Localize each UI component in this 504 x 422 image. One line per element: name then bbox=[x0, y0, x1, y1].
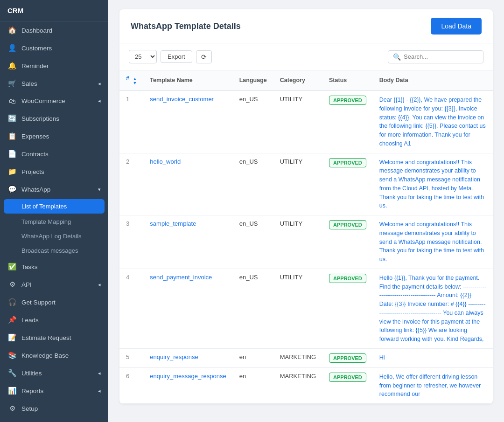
export-button[interactable]: Export bbox=[161, 50, 192, 63]
cell-language: en_US bbox=[233, 269, 273, 348]
sidebar-logo: CRM bbox=[0, 0, 108, 21]
cell-category: MARKETING bbox=[273, 367, 322, 403]
page-title: WhatsApp Template Details bbox=[131, 21, 241, 31]
sidebar-item-label: Contracts bbox=[21, 151, 49, 158]
sidebar-item-expenses[interactable]: 📋 Expenses bbox=[0, 127, 108, 145]
table-row: 1 send_invoice_customer en_US UTILITY AP… bbox=[119, 90, 493, 153]
sidebar-item-label: Projects bbox=[21, 168, 44, 175]
cell-status: APPROVED bbox=[322, 367, 373, 403]
table-row: 4 send_payment_invoice en_US UTILITY APP… bbox=[119, 269, 493, 348]
cell-status: APPROVED bbox=[322, 269, 373, 348]
sidebar-item-api[interactable]: ⚙ API ◂ bbox=[0, 276, 108, 293]
sidebar-sub-item-template-mapping[interactable]: Template Mapping bbox=[0, 214, 108, 229]
sidebar-sub-item-whatsapp-log-details[interactable]: WhatsApp Log Details bbox=[0, 229, 108, 243]
col-header-template-name: Template Name bbox=[143, 70, 232, 90]
sidebar-sub-item-list-of-templates[interactable]: List of Templates bbox=[4, 199, 105, 214]
customers-icon: 👤 bbox=[7, 44, 17, 52]
cell-language: en bbox=[233, 367, 273, 403]
templates-table: # ▲▼ Template Name Language Category Sta… bbox=[119, 70, 493, 404]
knowledge-base-icon: 📚 bbox=[7, 351, 17, 360]
status-badge: APPROVED bbox=[329, 353, 366, 363]
cell-status: APPROVED bbox=[322, 153, 373, 215]
cell-category: UTILITY bbox=[273, 90, 322, 153]
table-row: 5 enquiry_response en MARKETING APPROVED… bbox=[119, 348, 493, 367]
cell-template-name[interactable]: hello_world bbox=[143, 153, 232, 215]
sidebar-item-leads[interactable]: 📌 Leads bbox=[0, 311, 108, 329]
cell-template-name[interactable]: enquiry_response bbox=[143, 348, 232, 367]
sidebar-item-knowledge-base[interactable]: 📚 Knowledge Base bbox=[0, 346, 108, 364]
sidebar-item-setup[interactable]: ⚙ Setup bbox=[0, 400, 108, 417]
cell-language: en bbox=[233, 348, 273, 367]
subscriptions-icon: 🔄 bbox=[7, 114, 17, 123]
cell-body-data: Hi bbox=[373, 348, 493, 367]
table-row: 3 sample_template en_US UTILITY APPROVED… bbox=[119, 215, 493, 269]
cell-body-data: Hello {{1}}, Thank you for the payment. … bbox=[373, 269, 493, 348]
cell-status: APPROVED bbox=[322, 348, 373, 367]
tasks-icon: ✅ bbox=[7, 263, 17, 271]
sidebar-item-tasks[interactable]: ✅ Tasks bbox=[0, 258, 108, 276]
status-badge: APPROVED bbox=[329, 220, 366, 229]
sidebar-item-utilities[interactable]: 🔧 Utilities ◂ bbox=[0, 364, 108, 382]
sidebar-item-label: Setup bbox=[21, 405, 38, 412]
cell-num: 5 bbox=[119, 348, 143, 367]
sidebar-item-dashboard[interactable]: 🏠 Dashboard bbox=[0, 21, 108, 39]
cell-language: en_US bbox=[233, 153, 273, 215]
cell-body-data: Welcome and congratulations!! This messa… bbox=[373, 215, 493, 269]
sidebar-item-label: Expenses bbox=[21, 133, 49, 140]
chevron-icon: ◂ bbox=[98, 388, 101, 394]
sidebar-item-get-support[interactable]: 🎧 Get Support bbox=[0, 293, 108, 311]
cell-num: 6 bbox=[119, 367, 143, 403]
get-support-icon: 🎧 bbox=[7, 298, 17, 306]
projects-icon: 📁 bbox=[7, 167, 17, 176]
sidebar-item-contracts[interactable]: 📄 Contracts bbox=[0, 145, 108, 163]
sidebar-item-label: Utilities bbox=[21, 370, 42, 377]
sidebar-item-label: WhatsApp bbox=[21, 186, 50, 193]
sidebar-item-label: Reminder bbox=[21, 62, 49, 69]
expenses-icon: 📋 bbox=[7, 132, 17, 140]
cell-template-name[interactable]: sample_template bbox=[143, 215, 232, 269]
chevron-icon: ◂ bbox=[98, 370, 101, 376]
sidebar-item-sales[interactable]: 🛒 Sales ◂ bbox=[0, 75, 108, 92]
cell-category: UTILITY bbox=[273, 215, 322, 269]
sidebar-item-woocommerce[interactable]: 🛍 WooCommerce ◂ bbox=[0, 92, 108, 110]
cell-body-data: Welcome and congratulations!! This messa… bbox=[373, 153, 493, 215]
sales-icon: 🛒 bbox=[7, 79, 17, 88]
cell-language: en_US bbox=[233, 215, 273, 269]
setup-icon: ⚙ bbox=[7, 404, 17, 413]
search-input[interactable] bbox=[404, 53, 478, 60]
sidebar-item-projects[interactable]: 📁 Projects bbox=[0, 163, 108, 180]
cell-num: 3 bbox=[119, 215, 143, 269]
sidebar-item-estimate-request[interactable]: 📝 Estimate Request bbox=[0, 329, 108, 346]
reports-icon: 📊 bbox=[7, 387, 17, 395]
sidebar-item-subscriptions[interactable]: 🔄 Subscriptions bbox=[0, 110, 108, 127]
sidebar-item-label: Sales bbox=[21, 80, 37, 87]
col-header-num[interactable]: # ▲▼ bbox=[119, 70, 143, 90]
page-header: WhatsApp Template Details Load Data bbox=[119, 9, 493, 43]
cell-template-name[interactable]: send_payment_invoice bbox=[143, 269, 232, 348]
sidebar-item-whatsapp[interactable]: 💬 WhatsApp ▾ bbox=[0, 180, 108, 198]
cell-num: 1 bbox=[119, 90, 143, 153]
woocommerce-icon: 🛍 bbox=[7, 97, 17, 105]
status-badge: APPROVED bbox=[329, 274, 366, 283]
reminder-icon: 🔔 bbox=[7, 62, 17, 70]
per-page-select[interactable]: 10 25 50 100 bbox=[129, 50, 157, 63]
cell-body-data: Dear {{1}} - {{2}}, We have prepared the… bbox=[373, 90, 493, 153]
sidebar-item-label: Leads bbox=[21, 317, 39, 324]
sidebar-sub-item-broadcast-messages[interactable]: Broadcast messages bbox=[0, 243, 108, 258]
cell-template-name[interactable]: enquiry_message_response bbox=[143, 367, 232, 403]
sidebar-item-reports[interactable]: 📊 Reports ◂ bbox=[0, 382, 108, 400]
table-row: 2 hello_world en_US UTILITY APPROVED Wel… bbox=[119, 153, 493, 215]
sidebar-item-label: Tasks bbox=[21, 263, 38, 270]
sidebar-item-reminder[interactable]: 🔔 Reminder bbox=[0, 57, 108, 75]
status-badge: APPROVED bbox=[329, 158, 366, 167]
sidebar-item-label: WooCommerce bbox=[21, 97, 65, 104]
main-content: WhatsApp Template Details Load Data 10 2… bbox=[108, 0, 504, 422]
load-data-button[interactable]: Load Data bbox=[431, 18, 482, 35]
cell-status: APPROVED bbox=[322, 90, 373, 153]
leads-icon: 📌 bbox=[7, 316, 17, 324]
sidebar-item-label: Subscriptions bbox=[21, 115, 59, 122]
cell-template-name[interactable]: send_invoice_customer bbox=[143, 90, 232, 153]
sidebar-item-customers[interactable]: 👤 Customers bbox=[0, 39, 108, 57]
table-header-row: # ▲▼ Template Name Language Category Sta… bbox=[119, 70, 493, 90]
refresh-button[interactable]: ⟳ bbox=[196, 50, 212, 63]
